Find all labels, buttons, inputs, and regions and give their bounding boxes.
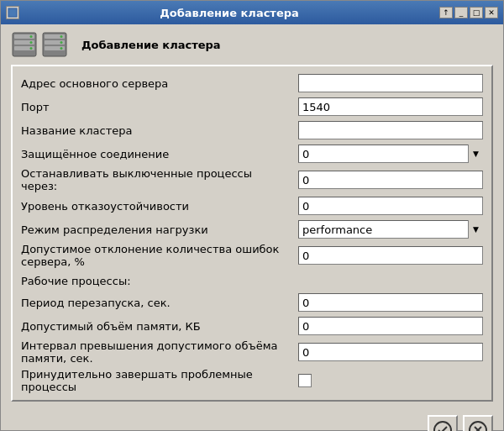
- main-window: Добавление кластера ↑ _ □ ✕: [0, 0, 504, 431]
- footer: [1, 408, 503, 431]
- cluster-icons: [11, 31, 68, 58]
- up-arrow-button[interactable]: ↑: [439, 7, 453, 18]
- input-restart-period[interactable]: [298, 293, 483, 312]
- field-row-3: Защищённое соединение 0 ▼: [21, 144, 483, 164]
- form-area: Адрес основного сервера Порт Название кл…: [11, 65, 493, 402]
- field-row-1: Порт: [21, 97, 483, 117]
- content-area: Добавление кластера Адрес основного серв…: [1, 24, 503, 408]
- ok-icon: [433, 420, 453, 431]
- window-title: Добавление кластера: [19, 7, 439, 19]
- field-row-0: Адрес основного сервера: [21, 73, 483, 93]
- field-row-6: Режим распределения нагрузки performance…: [21, 219, 483, 239]
- sub-header: Рабочие процессы:: [21, 275, 483, 287]
- select-load-mode[interactable]: performance: [298, 220, 483, 239]
- field-row-4: Останавливать выключенные процессы через…: [21, 167, 483, 192]
- server-icon-1: [11, 31, 38, 58]
- svg-point-13: [60, 41, 63, 44]
- minimize-button[interactable]: _: [454, 7, 468, 18]
- label-4: Останавливать выключенные процессы через…: [21, 167, 298, 192]
- label-5: Уровень отказоустойчивости: [21, 200, 298, 213]
- system-icon[interactable]: [6, 6, 19, 19]
- input-fault-tolerance[interactable]: [298, 197, 483, 215]
- select-wrapper-load: performance ▼: [298, 220, 483, 239]
- sub-field-row-2: Интервал превышения допустимого объёма п…: [21, 339, 483, 365]
- svg-rect-0: [8, 8, 17, 17]
- label-6: Режим распределения нагрузки: [21, 223, 298, 236]
- label-2: Название кластера: [21, 124, 298, 137]
- svg-point-6: [30, 41, 33, 44]
- checkbox-wrapper: [298, 374, 483, 387]
- sub-field-row-1: Допустимый объём памяти, КБ: [21, 316, 483, 336]
- select-wrapper-secure: 0 ▼: [298, 145, 483, 163]
- label-3: Защищённое соединение: [21, 148, 298, 160]
- svg-point-12: [60, 35, 63, 38]
- sub-label-0: Период перезапуска, сек.: [21, 297, 298, 309]
- input-memory-interval[interactable]: [298, 343, 483, 361]
- field-row-2: Название кластера: [21, 120, 483, 140]
- field-row-7: Допустимое отклонение количества ошибок …: [21, 243, 483, 268]
- input-port[interactable]: [298, 97, 483, 116]
- svg-point-7: [30, 47, 33, 50]
- svg-point-5: [30, 35, 33, 38]
- sub-label-3: Принудительно завершать проблемные проце…: [21, 368, 298, 393]
- sub-label-2: Интервал превышения допустимого объёма п…: [21, 339, 298, 365]
- checkbox-force-terminate[interactable]: [298, 374, 312, 387]
- input-memory-limit[interactable]: [298, 317, 483, 335]
- server-icon-2: [41, 31, 68, 58]
- svg-point-14: [60, 47, 63, 50]
- sub-label-1: Допустимый объём памяти, КБ: [21, 320, 298, 333]
- titlebar: Добавление кластера ↑ _ □ ✕: [1, 1, 503, 24]
- titlebar-left-controls: [6, 6, 19, 19]
- cancel-icon: [468, 420, 488, 431]
- input-cluster-name[interactable]: [298, 121, 483, 139]
- titlebar-right-controls: ↑ _ □ ✕: [439, 7, 498, 18]
- label-0: Адрес основного сервера: [21, 77, 298, 90]
- label-7: Допустимое отклонение количества ошибок …: [21, 243, 298, 268]
- maximize-button[interactable]: □: [470, 7, 483, 18]
- close-button[interactable]: ✕: [485, 7, 498, 18]
- select-secure[interactable]: 0: [298, 145, 483, 163]
- ok-button[interactable]: [428, 415, 458, 431]
- input-stop-processes[interactable]: [298, 171, 483, 189]
- input-error-deviation[interactable]: [298, 246, 483, 265]
- svg-point-15: [434, 422, 451, 431]
- input-address[interactable]: [298, 74, 483, 92]
- field-row-5: Уровень отказоустойчивости: [21, 196, 483, 216]
- sub-field-row-0: Период перезапуска, сек.: [21, 292, 483, 313]
- cancel-button[interactable]: [463, 415, 493, 431]
- label-1: Порт: [21, 101, 298, 113]
- sub-field-row-3: Принудительно завершать проблемные проце…: [21, 368, 483, 393]
- section-header: Добавление кластера: [81, 39, 221, 51]
- header-row: Добавление кластера: [11, 31, 493, 58]
